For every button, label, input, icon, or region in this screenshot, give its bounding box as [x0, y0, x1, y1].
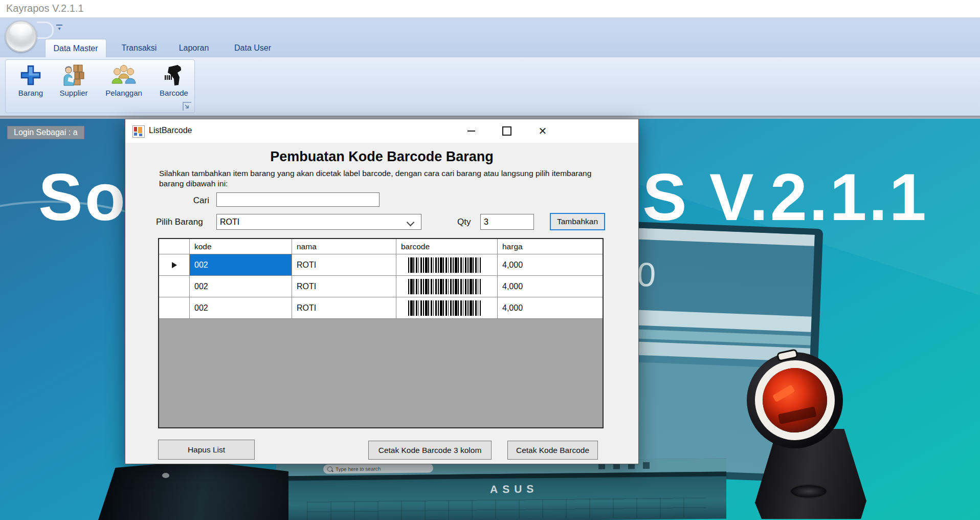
- cell-nama[interactable]: ROTI: [292, 297, 396, 319]
- cell-harga[interactable]: 4,000: [498, 254, 603, 276]
- ribbon-button-label: Supplier: [52, 89, 95, 97]
- tab-laporan[interactable]: Laporan: [173, 39, 215, 57]
- cell-barcode[interactable]: [396, 276, 498, 297]
- plus-icon: [9, 63, 52, 88]
- description-line1: Silahkan tambahkan item barang yang akan…: [159, 169, 591, 178]
- maximize-button[interactable]: [492, 119, 522, 143]
- table-row[interactable]: 002 ROTI 4,000: [159, 254, 603, 276]
- cell-kode[interactable]: 002: [190, 276, 292, 297]
- cell-nama[interactable]: ROTI: [292, 276, 396, 297]
- dialog-title: ListBarcode: [149, 126, 192, 135]
- qty-label: Qty: [457, 217, 471, 227]
- pilih-barang-label: Pilih Barang: [156, 217, 203, 227]
- table-row[interactable]: 002 ROTI 4,000: [159, 276, 603, 297]
- barcode-image: [408, 300, 481, 316]
- tambahkan-button[interactable]: Tambahkan: [550, 213, 605, 230]
- laptop-taskbar-search: Type here to search: [323, 463, 433, 473]
- cell-barcode[interactable]: [396, 297, 498, 319]
- cetak-3-kolom-button[interactable]: Cetak Kode Barcode 3 kolom: [368, 441, 492, 460]
- ribbon-button-label: Barang: [9, 89, 52, 97]
- ribbon-button-label: Pelanggan: [102, 89, 145, 97]
- row-selector-cell[interactable]: [159, 276, 190, 297]
- dialog-launcher-icon[interactable]: [183, 102, 191, 111]
- barcode-scanner-image: [741, 352, 894, 520]
- tab-data-master[interactable]: Data Master: [45, 39, 106, 58]
- close-button[interactable]: ✕: [528, 119, 558, 143]
- grid-header-nama[interactable]: nama: [292, 239, 396, 254]
- cell-harga[interactable]: 4,000: [498, 276, 603, 297]
- login-status-badge: Login Sebagai : a: [7, 126, 84, 139]
- cell-barcode[interactable]: [396, 254, 498, 276]
- grid-header-harga[interactable]: harga: [498, 239, 603, 254]
- quick-access-toolbar: [37, 21, 54, 39]
- barcode-image: [408, 279, 481, 294]
- scanner-front-button: [790, 484, 828, 499]
- ribbon-button-supplier[interactable]: Supplier: [52, 63, 95, 97]
- ribbon-button-label: Barcode: [152, 89, 195, 97]
- search-icon: [327, 466, 332, 471]
- customers-icon: [102, 63, 145, 88]
- wallpaper-watermark-left: So: [38, 159, 127, 235]
- table-row[interactable]: 002 ROTI 4,000: [159, 297, 603, 319]
- printer-image: [98, 461, 288, 520]
- ribbon-group: Barang: [5, 59, 195, 113]
- row-selector-cell[interactable]: [159, 297, 190, 319]
- tab-transaksi[interactable]: Transaksi: [116, 39, 163, 57]
- maximize-icon: [502, 126, 511, 136]
- hapus-list-button[interactable]: Hapus List: [158, 440, 255, 460]
- tab-data-user[interactable]: Data User: [228, 39, 277, 57]
- dialog-titlebar[interactable]: ListBarcode ✕: [125, 119, 638, 143]
- cetak-button[interactable]: Cetak Kode Barcode: [507, 441, 598, 460]
- grid-selector-header[interactable]: [159, 239, 190, 254]
- ribbon: ▾ Data Master Transaksi Laporan Data Use…: [0, 17, 980, 116]
- application-window: Kayrapos V.2.1.1 ▾ Data Master Transaksi…: [0, 0, 980, 520]
- customize-quick-access-icon[interactable]: ▾: [56, 25, 62, 31]
- listbarcode-dialog: ListBarcode ✕ Pembuatan Kode Barcode Bar…: [125, 119, 639, 464]
- laptop-keys: [307, 497, 706, 520]
- printer-button: [162, 473, 169, 478]
- laptop-keyboard-deck: Type here to search ASUS: [276, 458, 726, 520]
- cell-kode[interactable]: 002: [190, 254, 292, 276]
- minimize-icon: [467, 131, 475, 132]
- ribbon-button-barcode[interactable]: Barcode: [152, 63, 195, 97]
- grid-header-kode[interactable]: kode: [190, 239, 292, 254]
- row-selector-cell[interactable]: [159, 254, 190, 276]
- barcode-image: [408, 257, 481, 273]
- description-line2: barang dibawah ini:: [159, 179, 228, 188]
- barcode-grid: kode nama barcode harga 002 ROTI 4,000 0…: [158, 238, 604, 428]
- minimize-button[interactable]: [456, 119, 486, 143]
- app-titlebar: Kayrapos V.2.1.1: [0, 0, 980, 17]
- cell-harga[interactable]: 4,000: [498, 297, 603, 319]
- cell-kode[interactable]: 002: [190, 297, 292, 319]
- form-icon: [132, 125, 145, 138]
- cari-label: Cari: [174, 196, 209, 206]
- application-menu-orb[interactable]: [5, 20, 37, 52]
- row-selector-arrow: [172, 262, 177, 268]
- grid-header-barcode[interactable]: barcode: [396, 239, 498, 254]
- ribbon-button-pelanggan[interactable]: Pelanggan: [102, 63, 145, 97]
- barcode-scanner-icon: [152, 63, 195, 88]
- dialog-description: Silahkan tambahkan item barang yang akan…: [159, 168, 609, 189]
- app-title: Kayrapos V.2.1.1: [6, 3, 84, 14]
- dialog-heading: Pembuatan Kode Barcode Barang: [125, 149, 638, 165]
- qty-input[interactable]: [480, 214, 534, 230]
- ribbon-body: Barang: [0, 57, 980, 116]
- ribbon-button-barang[interactable]: Barang: [9, 63, 52, 97]
- pilih-barang-value: ROTI: [220, 218, 239, 227]
- cari-input[interactable]: [216, 192, 380, 207]
- pilih-barang-select[interactable]: ROTI: [216, 214, 421, 230]
- grid-header-row: kode nama barcode harga: [159, 239, 603, 254]
- ribbon-tab-row: ▾ Data Master Transaksi Laporan Data Use…: [0, 17, 980, 57]
- laptop-brand-logo: ASUS: [490, 483, 538, 495]
- search-placeholder: Type here to search: [336, 466, 381, 472]
- scanner-head: [738, 343, 852, 458]
- supplier-icon: [52, 63, 95, 88]
- cell-nama[interactable]: ROTI: [292, 254, 396, 276]
- close-icon: ✕: [539, 126, 547, 136]
